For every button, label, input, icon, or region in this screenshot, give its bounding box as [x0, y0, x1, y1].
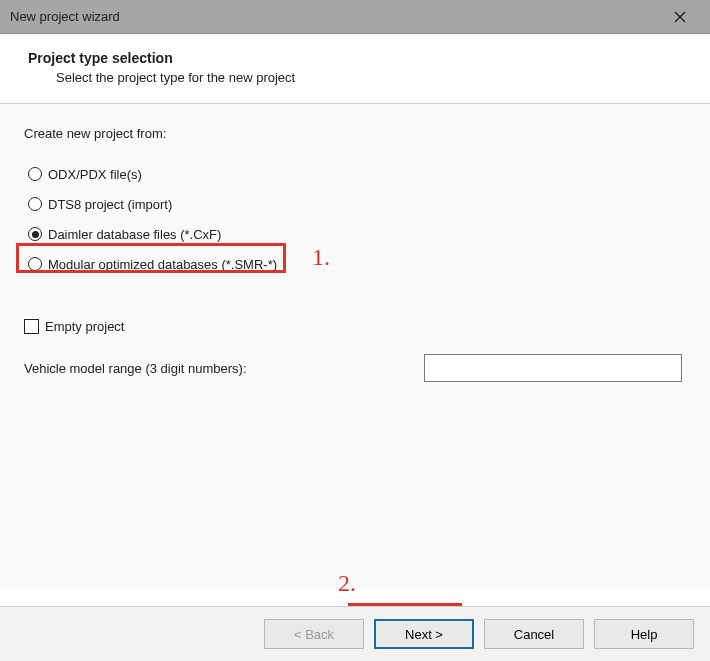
window-title: New project wizard: [10, 9, 120, 24]
wizard-body: Create new project from: ODX/PDX file(s)…: [0, 104, 710, 588]
radio-icon: [28, 227, 42, 241]
group-label: Create new project from:: [24, 126, 686, 141]
close-button[interactable]: [660, 2, 700, 32]
radio-label: ODX/PDX file(s): [48, 167, 142, 182]
radio-icon: [28, 197, 42, 211]
radio-label: DTS8 project (import): [48, 197, 172, 212]
radio-icon: [28, 167, 42, 181]
vehicle-range-label: Vehicle model range (3 digit numbers):: [24, 361, 247, 376]
vehicle-range-input[interactable]: [424, 354, 682, 382]
radio-modular[interactable]: Modular optimized databases (*.SMR-*): [28, 249, 686, 279]
project-type-radiogroup: ODX/PDX file(s) DTS8 project (import) Da…: [28, 159, 686, 279]
wizard-button-bar: < Back Next > Cancel Help: [0, 606, 710, 661]
radio-label: Modular optimized databases (*.SMR-*): [48, 257, 277, 272]
radio-dts8[interactable]: DTS8 project (import): [28, 189, 686, 219]
checkbox-icon: [24, 319, 39, 334]
radio-daimler[interactable]: Daimler database files (*.CxF): [28, 219, 686, 249]
empty-project-checkbox[interactable]: Empty project: [24, 319, 686, 334]
next-button[interactable]: Next >: [374, 619, 474, 649]
radio-odx[interactable]: ODX/PDX file(s): [28, 159, 686, 189]
cancel-button[interactable]: Cancel: [484, 619, 584, 649]
page-subtitle: Select the project type for the new proj…: [56, 70, 682, 85]
wizard-header: Project type selection Select the projec…: [0, 34, 710, 103]
help-button[interactable]: Help: [594, 619, 694, 649]
page-title: Project type selection: [28, 50, 682, 66]
checkbox-label: Empty project: [45, 319, 124, 334]
radio-label: Daimler database files (*.CxF): [48, 227, 221, 242]
back-button: < Back: [264, 619, 364, 649]
radio-icon: [28, 257, 42, 271]
vehicle-range-row: Vehicle model range (3 digit numbers):: [24, 354, 686, 382]
titlebar: New project wizard: [0, 0, 710, 34]
close-icon: [674, 11, 686, 23]
